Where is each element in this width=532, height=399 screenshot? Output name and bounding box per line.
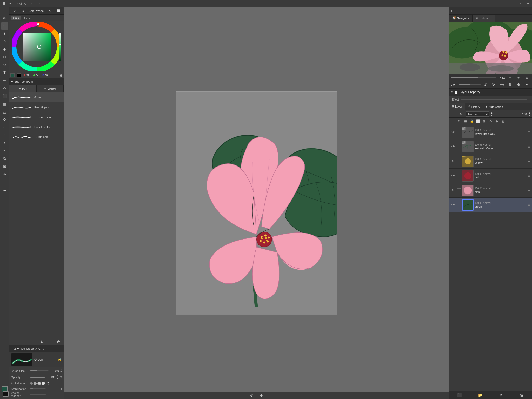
layer-item-leaf-vein-copy[interactable]: 👁 100 % Norm (449, 139, 532, 154)
layer-eye-pink[interactable]: 👁 (450, 188, 456, 193)
layer-item-pink[interactable]: 👁 100 % Normal pink ≡ (449, 183, 532, 198)
clipping-icon[interactable]: ⊞ (481, 118, 487, 124)
layer-check-flower-line[interactable] (457, 130, 461, 134)
smudge-tool-icon[interactable]: ~ (1, 178, 8, 185)
lasso-tool-icon[interactable]: ☽ (1, 38, 8, 45)
cut-tool-icon[interactable]: ✂ (1, 147, 8, 154)
layer-panel-menu-icon[interactable]: ≡ (451, 90, 453, 94)
brush-size-stepper[interactable]: ▲ ▼ (60, 368, 62, 374)
brush-item-gpen[interactable]: G-pen (9, 92, 64, 102)
vector-magnet-expand-icon[interactable]: › (61, 393, 62, 396)
move-tool-icon[interactable]: ✦ (1, 30, 8, 37)
layer-eye-leaf-vein[interactable]: 👁 (450, 144, 456, 150)
layer-check-red[interactable] (457, 174, 461, 178)
g-pen-lock-icon[interactable]: 🔒 (58, 358, 62, 361)
brush-tool-icon[interactable]: ✒ (1, 77, 8, 84)
eyedrop-icon[interactable]: ⊕ (1, 46, 8, 53)
lock-layer-icon[interactable]: ⇅ (456, 118, 462, 124)
layer-blend-icon2[interactable]: ⇅ (457, 110, 464, 118)
copy-tool-icon[interactable]: ⧉ (1, 155, 8, 162)
transform-icon[interactable]: □ (1, 54, 8, 61)
layer-tab-layer[interactable]: ⊞ Layer (449, 103, 465, 110)
zoom-in-icon[interactable]: ＋ (515, 74, 522, 81)
delete-layer-icon[interactable]: 🗑 (518, 391, 525, 399)
vector-tool-icon[interactable]: ⟳ (1, 116, 8, 123)
rotate-reset-icon[interactable]: ↺ (482, 81, 489, 88)
brush-item-real-gpen[interactable]: Real G-pen (9, 102, 64, 112)
stabilization-slider[interactable] (30, 388, 46, 389)
layer-menu-green[interactable]: ≡ (527, 203, 531, 207)
rotate-icon[interactable]: ↺ (1, 61, 8, 69)
frame-tool-icon[interactable]: ▭ (1, 124, 8, 131)
reference-layer-icon[interactable]: ◎ (500, 118, 506, 124)
layer-item-yellow[interactable]: 👁 100 % Normal yellow ≡ (449, 154, 532, 169)
layers-icon[interactable]: ≡ (8, 1, 13, 6)
layer-tab-auto-action[interactable]: ▶ Auto Action (483, 103, 506, 110)
layer-eye-red[interactable]: 👁 (450, 173, 456, 179)
sub-view-tab[interactable]: 🖼 Sub View (473, 15, 495, 22)
menu-icon[interactable]: ☰ (1, 1, 7, 6)
marker-tab[interactable]: ✏ Marker (37, 85, 64, 92)
merge-layer-icon[interactable]: ⊕ (497, 391, 504, 399)
layer-item-flower-line-copy[interactable]: 👁 100 % Norm (449, 125, 532, 139)
color-settings-icon[interactable]: ⚙ (46, 7, 54, 15)
stabilization-expand-icon[interactable]: › (61, 387, 62, 391)
opacity-slider[interactable] (30, 377, 45, 378)
blend-mode-stepper[interactable]: ▲ ▼ (491, 112, 493, 116)
color-panel-menu-icon[interactable]: ≡ (20, 7, 27, 15)
set1-button[interactable]: Set 1 (11, 16, 21, 20)
reference-image[interactable] (449, 22, 532, 74)
canvas-settings-icon[interactable]: ⚙ (258, 392, 265, 399)
flip-icon[interactable]: ⟺ (498, 81, 506, 88)
new-layer-icon[interactable]: □ (450, 118, 456, 124)
opacity-reset-icon[interactable]: ⊙ (59, 375, 62, 379)
layer-item-green[interactable]: 👁 100 % Normal green ≡ (449, 198, 532, 212)
aa-dot-4[interactable] (42, 382, 45, 385)
right-nav2-icon[interactable]: ›› (525, 1, 531, 6)
layer-menu-yellow[interactable]: ≡ (527, 159, 531, 163)
brush-item-effect-line[interactable]: For effect line (9, 122, 64, 132)
zoom-fit-icon[interactable]: ⊞ (523, 74, 530, 81)
canvas-rotate-icon[interactable]: ↺ (248, 392, 255, 399)
lock-drawing-icon[interactable]: 🔒 (469, 118, 475, 124)
select-tool-icon[interactable]: ↖ (1, 22, 8, 30)
layer-check-leaf-vein[interactable] (457, 145, 461, 149)
layer-eye-yellow[interactable]: 👁 (450, 158, 456, 164)
active-color-swatch[interactable] (10, 73, 15, 77)
tool-property-grid-icon[interactable]: ⊞ (14, 347, 16, 350)
undo2-icon[interactable]: ◁ (22, 1, 28, 6)
zoom-out-icon[interactable]: － (507, 74, 514, 81)
rotate-180-icon[interactable]: ⇅ (507, 81, 514, 88)
color-secondary-icon[interactable] (3, 391, 9, 397)
redo-icon[interactable]: ▷ (29, 1, 34, 6)
layer-blend-icon1[interactable] (451, 112, 455, 116)
text-tool-icon[interactable]: T (1, 69, 8, 76)
tool-panel-icon[interactable]: ≡ (2, 8, 8, 14)
layer-menu-flower-line[interactable]: ≡ (527, 130, 531, 134)
lock-transparent-icon[interactable]: ⊠ (463, 118, 468, 124)
brush-delete-icon[interactable]: 🗑 (55, 338, 62, 345)
layer-menu-pink[interactable]: ≡ (527, 188, 531, 192)
brush-add-icon[interactable]: + (46, 338, 54, 345)
rotate-redo-icon[interactable]: ↻ (490, 81, 497, 88)
layer-tab-history[interactable]: ↺ History (465, 103, 483, 110)
opacity-layer-stepper[interactable]: ▲ ▼ (528, 112, 530, 116)
shape-tool-icon[interactable]: △ (1, 108, 8, 115)
zoom-slider[interactable] (451, 77, 496, 78)
set2-button[interactable]: Set 2 (22, 16, 32, 20)
vector-magnet-slider[interactable] (30, 394, 46, 395)
eraser-tool-icon[interactable]: ◇ (1, 85, 8, 92)
fill-tool-icon[interactable]: ⬛ (1, 92, 8, 100)
layer-eye-green[interactable]: 👁 (450, 202, 456, 208)
pencil-sketch-icon[interactable]: ∿ (1, 170, 8, 178)
layer-check-pink[interactable] (457, 188, 461, 192)
brush-item-textured-pen[interactable]: Textured pen (9, 112, 64, 122)
ruler-layer-icon[interactable]: ⊕ (494, 118, 500, 124)
right-nav-icon[interactable]: › (518, 1, 523, 6)
add-folder-icon[interactable]: 📁 (477, 391, 484, 399)
color-wheel-tab-icon[interactable]: ⊙ (11, 7, 18, 15)
eye-dropper-nav-icon[interactable]: ✒ (523, 81, 530, 88)
aa-dot-3[interactable] (37, 382, 41, 385)
add-layer-icon[interactable]: ⬛ (456, 391, 463, 399)
right-panel-menu-icon[interactable]: ≡ (451, 9, 452, 12)
